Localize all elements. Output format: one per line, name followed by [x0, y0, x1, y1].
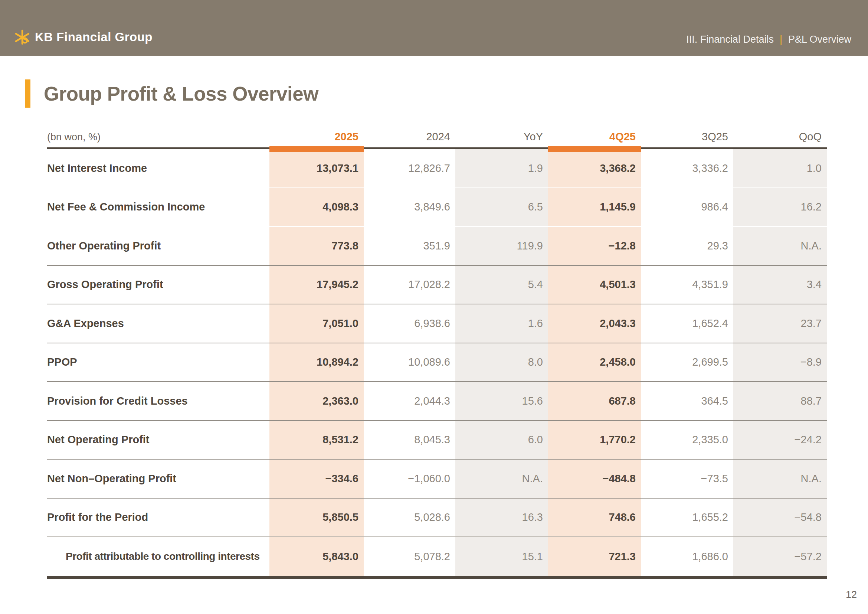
cell-value: 3,368.2 — [548, 149, 641, 188]
cell-value: 2,335.0 — [641, 421, 733, 459]
title-accent-bar — [25, 79, 30, 108]
cell-value: 2,363.0 — [270, 382, 364, 420]
table-row: Profit attributable to controlling inter… — [47, 537, 827, 576]
column-header-qoq: QoQ — [733, 131, 827, 147]
cell-value: 5.4 — [455, 266, 548, 304]
cell-value: 6.0 — [455, 421, 548, 459]
cell-value: 687.8 — [548, 382, 641, 420]
table-row: PPOP10,894.210,089.68.02,458.02,699.5−8.… — [47, 343, 827, 382]
cell-value: 1,770.2 — [548, 421, 641, 459]
row-label: Net Fee & Commission Income — [47, 188, 270, 226]
cell-value: 5,850.5 — [270, 499, 364, 537]
cell-value: 1,145.9 — [548, 188, 641, 226]
table-row: Gross Operating Profit17,945.217,028.25.… — [47, 266, 827, 305]
cell-value: 4,501.3 — [548, 266, 641, 304]
cell-value: 119.9 — [455, 227, 548, 265]
cell-value: 5,078.2 — [364, 537, 455, 576]
cell-value: N.A. — [455, 460, 548, 498]
table-row: Net Fee & Commission Income4,098.33,849.… — [47, 188, 827, 227]
cell-value: N.A. — [733, 227, 827, 265]
cell-value: 1,652.4 — [641, 304, 733, 343]
table-row: Provision for Credit Losses2,363.02,044.… — [47, 382, 827, 421]
row-label: Profit attributable to controlling inter… — [47, 537, 270, 576]
cell-value: 986.4 — [641, 188, 733, 226]
cell-value: −1,060.0 — [364, 460, 455, 498]
cell-value: 16.2 — [733, 188, 827, 226]
table-row: Net Interest Income13,073.112,826.71.93,… — [47, 149, 827, 188]
cell-value: 364.5 — [641, 382, 733, 420]
table-body: Net Interest Income13,073.112,826.71.93,… — [47, 149, 827, 579]
cell-value: 351.9 — [364, 227, 455, 265]
top-bar: KB Financial Group III. Financial Detail… — [0, 0, 868, 56]
slide: KB Financial Group III. Financial Detail… — [0, 0, 868, 614]
cell-value: −54.8 — [733, 499, 827, 537]
cell-value: 8,045.3 — [364, 421, 455, 459]
brand: KB Financial Group — [14, 29, 152, 45]
cell-value: −12.8 — [548, 227, 641, 265]
cell-value: 5,843.0 — [270, 537, 364, 576]
unit-label: (bn won, %) — [47, 132, 270, 147]
column-header-2024: 2024 — [364, 131, 455, 147]
cell-value: 2,458.0 — [548, 343, 641, 381]
table-row: Net Non–Operating Profit−334.6−1,060.0N.… — [47, 460, 827, 499]
cell-value: 1.0 — [733, 149, 827, 188]
cell-value: −8.9 — [733, 343, 827, 381]
cell-value: 15.1 — [455, 537, 548, 576]
cell-value: 773.8 — [270, 227, 364, 265]
table-row: Profit for the Period5,850.55,028.616.37… — [47, 499, 827, 538]
cell-value: −73.5 — [641, 460, 733, 498]
row-label: G&A Expenses — [47, 304, 270, 343]
table-row: Net Operating Profit8,531.28,045.36.01,7… — [47, 421, 827, 460]
cell-value: 88.7 — [733, 382, 827, 420]
column-header-yoy: YoY — [455, 131, 548, 147]
cell-value: 3,849.6 — [364, 188, 455, 226]
cell-value: −57.2 — [733, 537, 827, 576]
row-label: Net Non–Operating Profit — [47, 460, 270, 498]
cell-value: 17,028.2 — [364, 266, 455, 304]
highlight-bar-2025 — [270, 146, 364, 152]
row-label: Net Interest Income — [47, 149, 270, 188]
row-label: Profit for the Period — [47, 499, 270, 537]
highlight-bar-4q25 — [548, 146, 641, 152]
cell-value: 721.3 — [548, 537, 641, 576]
column-header-3q25: 3Q25 — [641, 131, 733, 147]
page-title: Group Profit & Loss Overview — [44, 82, 318, 105]
cell-value: 6,938.6 — [364, 304, 455, 343]
cell-value: 2,044.3 — [364, 382, 455, 420]
kb-star-icon — [14, 29, 30, 45]
row-label: Net Operating Profit — [47, 421, 270, 459]
cell-value: 3.4 — [733, 266, 827, 304]
cell-value: 13,073.1 — [270, 149, 364, 188]
title-row: Group Profit & Loss Overview — [25, 79, 318, 108]
cell-value: 7,051.0 — [270, 304, 364, 343]
cell-value: 1.9 — [455, 149, 548, 188]
cell-value: 15.6 — [455, 382, 548, 420]
table-row: G&A Expenses7,051.06,938.61.62,043.31,65… — [47, 304, 827, 343]
cell-value: 10,894.2 — [270, 343, 364, 381]
cell-value: −334.6 — [270, 460, 364, 498]
cell-value: 17,945.2 — [270, 266, 364, 304]
page-number: 12 — [846, 589, 857, 601]
table-header-row: (bn won, %) 2025 2024 YoY 4Q25 3Q25 QoQ — [47, 124, 827, 149]
column-header-4q25: 4Q25 — [548, 131, 641, 147]
breadcrumb-page: P&L Overview — [788, 34, 851, 45]
row-label: Provision for Credit Losses — [47, 382, 270, 420]
cell-value: 23.7 — [733, 304, 827, 343]
breadcrumb: III. Financial Details | P&L Overview — [686, 34, 851, 45]
cell-value: 8,531.2 — [270, 421, 364, 459]
cell-value: 1.6 — [455, 304, 548, 343]
cell-value: −24.2 — [733, 421, 827, 459]
cell-value: 3,336.2 — [641, 149, 733, 188]
row-label: Other Operating Profit — [47, 227, 270, 265]
cell-value: 6.5 — [455, 188, 548, 226]
table-row: Other Operating Profit773.8351.9119.9−12… — [47, 227, 827, 266]
cell-value: 29.3 — [641, 227, 733, 265]
pnl-table: (bn won, %) 2025 2024 YoY 4Q25 3Q25 QoQ … — [47, 124, 827, 579]
brand-name: KB Financial Group — [35, 30, 152, 44]
cell-value: 748.6 — [548, 499, 641, 537]
row-label: Gross Operating Profit — [47, 266, 270, 304]
cell-value: 5,028.6 — [364, 499, 455, 537]
cell-value: 4,098.3 — [270, 188, 364, 226]
cell-value: 2,043.3 — [548, 304, 641, 343]
column-header-2025: 2025 — [270, 131, 364, 147]
